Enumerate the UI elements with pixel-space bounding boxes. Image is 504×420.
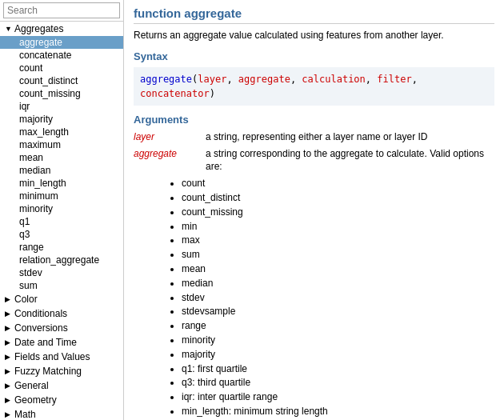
tree-item-stdev[interactable]: stdev [0,266,123,279]
tree-item-iqr[interactable]: iqr [0,100,123,113]
arrow-icon-conversions: ▶ [5,324,13,332]
bullet-majority: majority [182,348,494,362]
syntax-concatenator: concatenator [140,88,210,99]
arrow-icon-fuzzy-matching: ▶ [5,367,13,375]
bullet-median: median [182,277,494,290]
syntax-calculation: calculation [302,74,365,85]
tree-item-count_distinct[interactable]: count_distinct [0,74,123,87]
arrow-icon: ▼ [5,25,13,33]
bullet-range: range [182,319,494,333]
category-fuzzy-matching-label: Fuzzy Matching [14,366,82,377]
tree-item-mean[interactable]: mean [0,151,123,164]
tree-item-median[interactable]: median [0,164,123,177]
arrow-icon-geometry: ▶ [5,396,13,404]
function-description: Returns an aggregate value calculated us… [134,29,494,42]
search-input[interactable] [3,2,120,18]
bullet-count_missing: count_missing [182,206,494,219]
bullet-min: min [182,220,494,234]
category-math-label: Math [14,409,36,420]
syntax-block: aggregate(layer, aggregate, calculation,… [134,67,494,106]
category-color-label: Color [14,294,38,305]
tree-item-aggregate[interactable]: aggregate [0,36,123,49]
category-aggregates[interactable]: ▼ Aggregates [0,22,123,36]
bullet-q3: q3: third quartile [182,376,494,390]
category-fields-and-values[interactable]: ▶ Fields and Values [0,350,123,364]
tree-item-maximum[interactable]: maximum [0,138,123,151]
tree-item-count[interactable]: count [0,62,123,74]
arg-name-aggregate: aggregate [134,147,206,174]
category-geometry-label: Geometry [14,394,57,406]
category-date-and-time-label: Date and Time [14,337,77,348]
arrow-icon-math: ▶ [5,410,13,418]
bullet-count: count [182,177,494,190]
bullet-sum: sum [182,248,494,262]
category-aggregates-label: Aggregates [14,23,63,34]
category-conditionals-label: Conditionals [14,308,67,319]
sidebar-tree: ▼ Aggregates aggregate concatenate count… [0,22,123,420]
arrow-icon-conditionals: ▶ [5,310,13,318]
category-conversions-label: Conversions [14,322,68,334]
arrow-icon-date-and-time: ▶ [5,338,13,346]
category-conditionals[interactable]: ▶ Conditionals [0,306,123,321]
tree-item-q3[interactable]: q3 [0,228,123,241]
bullet-stdev: stdev [182,291,494,305]
category-conversions[interactable]: ▶ Conversions [0,321,123,335]
bullet-max: max [182,234,494,247]
tree-item-majority[interactable]: majority [0,113,123,126]
bullet-count_distinct: count_distinct [182,191,494,205]
arrow-icon-general: ▶ [5,382,13,390]
tree-item-sum[interactable]: sum [0,279,123,292]
sidebar: ▼ Aggregates aggregate concatenate count… [0,0,124,420]
function-title: function aggregate [134,6,494,24]
syntax-function-name: aggregate [140,74,192,85]
arrow-icon-color: ▶ [5,295,13,303]
arguments-header: Arguments [134,114,494,126]
arg-row-aggregate: aggregate a string corresponding to the … [134,147,494,174]
arg-row-layer: layer a string, representing either a la… [134,130,494,144]
category-color[interactable]: ▶ Color [0,292,123,306]
arrow-icon-fields-and-values: ▶ [5,353,13,361]
tree-item-q1[interactable]: q1 [0,215,123,228]
bullet-stdevsample: stdevsample [182,305,494,318]
syntax-filter: filter [377,74,411,85]
tree-item-min_length[interactable]: min_length [0,177,123,190]
category-date-and-time[interactable]: ▶ Date and Time [0,335,123,350]
category-general[interactable]: ▶ General [0,378,123,393]
tree-item-minimum[interactable]: minimum [0,190,123,202]
arg-desc-aggregate: a string corresponding to the aggregate … [206,147,494,174]
category-general-label: General [14,380,49,391]
bullet-minority: minority [182,334,494,347]
search-box [0,0,123,22]
tree-item-concatenate[interactable]: concatenate [0,49,123,62]
tree-item-max_length[interactable]: max_length [0,126,123,138]
syntax-layer: layer [198,74,226,85]
main-content: function aggregate Returns an aggregate … [124,0,504,420]
tree-item-range[interactable]: range [0,241,123,254]
category-math[interactable]: ▶ Math [0,407,123,420]
syntax-aggregate: aggregate [238,74,290,85]
arg-desc-layer: a string, representing either a layer na… [206,130,494,144]
category-fuzzy-matching[interactable]: ▶ Fuzzy Matching [0,364,123,378]
tree-item-relation_aggregate[interactable]: relation_aggregate [0,254,123,266]
bullet-iqr: iqr: inter quartile range [182,390,494,404]
syntax-header: Syntax [134,50,494,62]
tree-item-minority[interactable]: minority [0,202,123,215]
category-fields-and-values-label: Fields and Values [14,351,90,362]
category-geometry[interactable]: ▶ Geometry [0,393,123,407]
bullet-list: count count_distinct count_missing min m… [182,177,494,420]
bullet-q1: q1: first quartile [182,362,494,376]
bullet-min_length: min_length: minimum string length [182,405,494,418]
bullet-mean: mean [182,262,494,276]
tree-item-count_missing[interactable]: count_missing [0,87,123,100]
arguments-section: layer a string, representing either a la… [134,130,494,420]
arg-name-layer: layer [134,130,206,144]
